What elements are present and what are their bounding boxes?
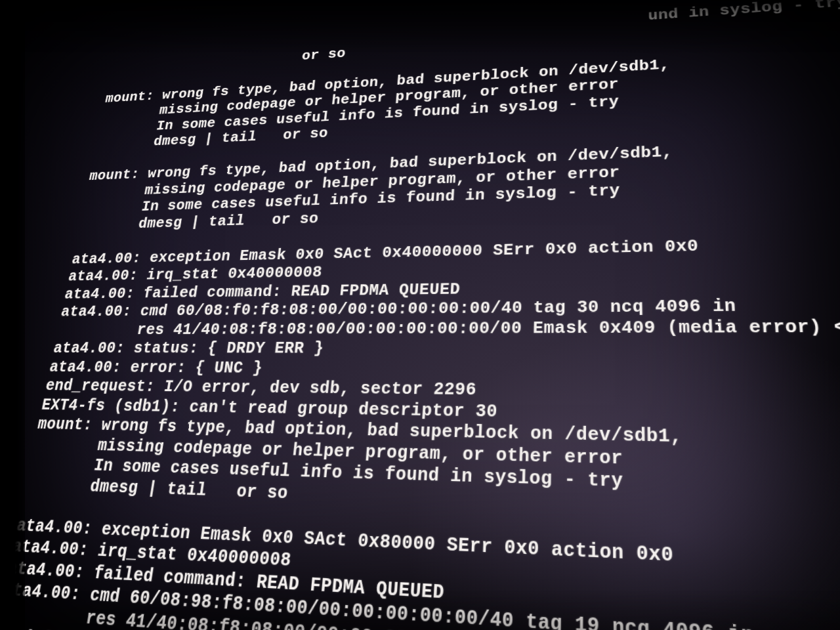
monitor-bezel-left xyxy=(0,0,25,630)
monitor-screen: und in syslog - try or so mount: wrong f… xyxy=(0,0,840,630)
console-output: und in syslog - try or so mount: wrong f… xyxy=(0,0,840,630)
console-line: ata4.00: status: { DRDY ERR } xyxy=(52,338,840,361)
